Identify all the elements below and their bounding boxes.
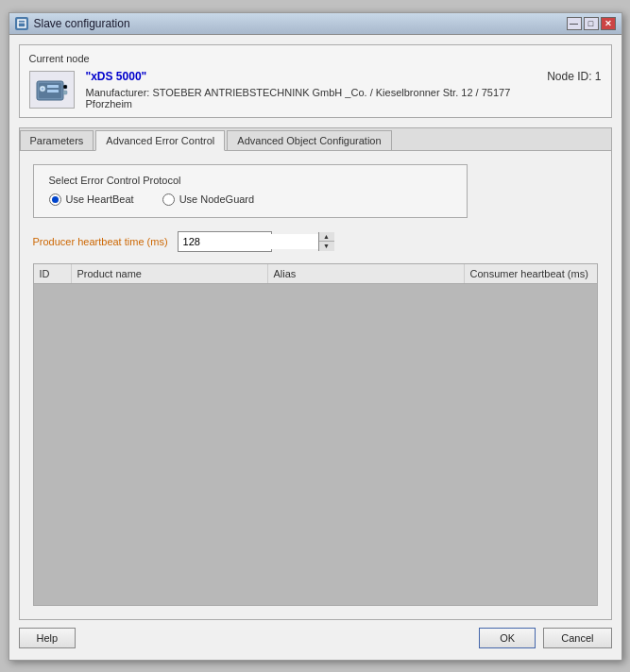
node-id: Node ID: 1 [547,70,601,83]
radio-heartbeat[interactable]: Use HeartBeat [49,193,134,206]
radio-nodeguard-label: Use NodeGuard [179,193,255,205]
window-content: Current node "xDS 5000" [9,35,621,660]
table-body [34,284,597,605]
window-icon [15,17,28,30]
window-title: Slave configuration [34,17,130,30]
current-node-label: Current node [29,53,602,64]
bottom-buttons: Help OK Cancel [19,620,612,650]
svg-rect-4 [63,85,67,89]
svg-rect-0 [18,20,26,27]
svg-rect-5 [63,91,67,94]
tab-content: Select Error Control Protocol Use HeartB… [20,151,611,619]
svg-rect-9 [47,90,59,92]
title-buttons: — □ ✕ [567,17,616,30]
error-control-title: Select Error Control Protocol [49,175,451,186]
tab-parameters[interactable]: Parameters [20,130,94,150]
col-product-name: Product name [72,264,268,283]
table-header: ID Product name Alias Consumer heartbeat… [34,264,597,284]
ok-button[interactable]: OK [479,628,536,648]
radio-group: Use HeartBeat Use NodeGuard [49,193,451,206]
node-name: "xDS 5000" [86,70,536,83]
minimize-button[interactable]: — [567,17,582,30]
tabs-container: Parameters Advanced Error Control Advanc… [19,127,612,620]
heartbeat-table: ID Product name Alias Consumer heartbeat… [33,263,598,606]
heartbeat-value-input[interactable] [179,234,318,249]
svg-point-7 [41,87,43,90]
close-button[interactable]: ✕ [601,17,616,30]
radio-nodeguard-circle[interactable] [162,193,175,206]
cancel-button[interactable]: Cancel [543,628,611,648]
spinner-down-button[interactable]: ▼ [319,242,334,251]
node-manufacturer: Manufacturer: STOEBER ANTRIEBSTECHNINK G… [86,87,536,109]
radio-heartbeat-label: Use HeartBeat [66,193,134,205]
maximize-button[interactable]: □ [584,17,599,30]
col-id: ID [34,264,72,283]
heartbeat-label: Producer heartbeat time (ms) [33,236,168,247]
help-button[interactable]: Help [19,628,77,648]
title-bar: Slave configuration — □ ✕ [9,13,621,35]
col-alias: Alias [268,264,465,283]
error-control-box: Select Error Control Protocol Use HeartB… [33,164,468,218]
node-details: "xDS 5000" Manufacturer: STOEBER ANTRIEB… [86,70,536,109]
col-consumer-heartbeat: Consumer heartbeat (ms) [465,264,597,283]
tab-advanced-object-configuration[interactable]: Advanced Object Configuration [227,130,391,150]
tabs-header: Parameters Advanced Error Control Advanc… [20,128,611,151]
node-icon [29,71,75,109]
tab-advanced-error-control[interactable]: Advanced Error Control [95,130,225,151]
svg-rect-8 [47,85,59,88]
current-node-box: Current node "xDS 5000" [19,44,612,118]
radio-heartbeat-circle[interactable] [49,193,61,206]
right-buttons: OK Cancel [479,628,611,648]
slave-configuration-window: Slave configuration — □ ✕ Current node [9,12,622,661]
spinner-buttons: ▲ ▼ [318,232,334,251]
radio-nodeguard[interactable]: Use NodeGuard [162,193,255,206]
spinner-up-button[interactable]: ▲ [319,232,334,242]
node-info-row: "xDS 5000" Manufacturer: STOEBER ANTRIEB… [29,70,602,109]
heartbeat-spinner[interactable]: ▲ ▼ [178,231,272,252]
heartbeat-row: Producer heartbeat time (ms) ▲ ▼ [33,231,598,252]
